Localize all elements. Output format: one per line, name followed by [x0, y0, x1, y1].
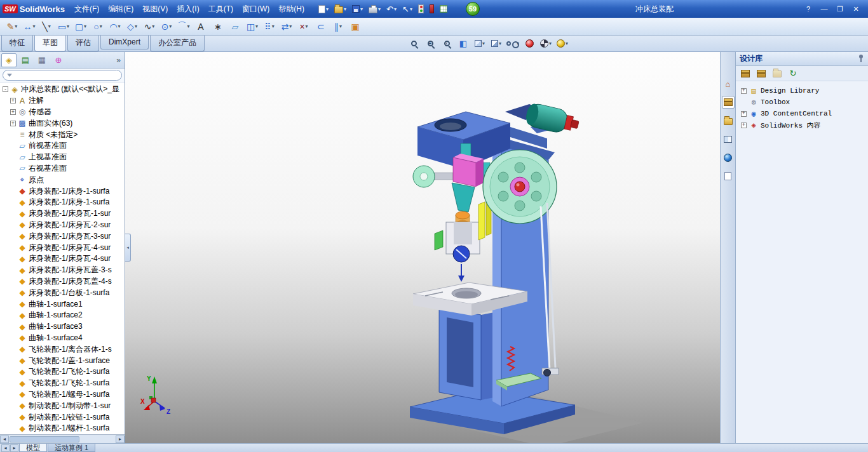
library-tree-item[interactable]: ⚙ Toolbox [737, 96, 867, 108]
tree-item[interactable]: ◆ 床身装配-1/床身瓦盖-3-s [0, 265, 125, 276]
sketch-tool-button[interactable]: ◫ ▾ [244, 19, 261, 34]
task-pane-tab[interactable] [722, 114, 735, 127]
tab-scroll-left-icon[interactable]: ◂ [1, 444, 10, 452]
view-tool-button[interactable]: ▾ [473, 37, 487, 50]
sketch-tool-button[interactable]: ◠ ▾ [107, 19, 123, 34]
library-tree-item[interactable]: + ◉ 3D ContentCentral [737, 108, 867, 119]
tree-item[interactable]: ≡ 材质 <未指定> [0, 129, 125, 140]
sketch-tool-button[interactable]: ╲ ▾ [38, 19, 55, 34]
view-tool-button[interactable]: ▾ [555, 37, 569, 50]
menu-item[interactable]: 工具(T) [204, 1, 238, 17]
menu-item[interactable]: 插入(I) [172, 1, 203, 17]
sketch-tool-button[interactable]: ○ ▾ [90, 19, 106, 34]
library-tree-item[interactable]: + ◈ SolidWorks 内容 [737, 119, 867, 131]
tree-item[interactable]: ◆ 床身装配-1/床身瓦-3-sur [0, 230, 125, 242]
tree-item[interactable]: ◆ 床身装配-1/床身瓦-4-sur [0, 253, 125, 265]
sketch-tool-button[interactable]: ⇄ ▾ [278, 19, 295, 34]
command-tab[interactable]: 特征 [1, 36, 33, 51]
expand-toggle[interactable]: + [10, 121, 16, 126]
sketch-tool-button[interactable]: ∗ ▾ [210, 19, 226, 34]
tree-item[interactable]: ▱ 前视基准面 [0, 140, 125, 152]
task-pane-tab[interactable] [722, 151, 735, 164]
featuremanager-tab-icon[interactable]: ◈ [1, 53, 17, 67]
sketch-tool-button[interactable]: ⠿ ▾ [261, 19, 278, 34]
sketch-tool-button[interactable]: ↔ ▾ [21, 19, 37, 34]
close-button[interactable]: ✕ [850, 4, 862, 14]
expand-toggle[interactable]: - [3, 86, 8, 92]
view-tool-button[interactable]: ▾ [522, 37, 536, 50]
punch-press-model[interactable] [410, 102, 644, 443]
sketch-tool-button[interactable]: ▭ ▾ [55, 19, 72, 34]
tree-item[interactable]: ◆ 飞轮装配-1/盖-1-surface [0, 355, 125, 366]
orientation-triad[interactable]: Y X Z [140, 375, 170, 415]
library-tool-button[interactable] [771, 67, 783, 80]
view-tool-button[interactable]: ▾ [539, 37, 553, 50]
toolbar-button[interactable]: ▾ [332, 4, 348, 15]
expand-toggle[interactable]: + [741, 88, 747, 94]
tree-item[interactable]: ◆ 飞轮装配-1/螺母-1-surfa [0, 389, 125, 401]
task-pane-tab[interactable]: ⌂ [722, 77, 735, 90]
tree-item[interactable]: ◆ 床身装配-1/床身瓦盖-4-s [0, 276, 125, 288]
configurationmanager-tab-icon[interactable]: ▦ [34, 53, 50, 67]
tree-item[interactable]: ◆ 曲轴-1-surface2 [0, 310, 125, 321]
command-tab[interactable]: 办公室产品 [150, 36, 205, 51]
menu-item[interactable]: 帮助(H) [274, 1, 309, 17]
tree-item[interactable]: ◆ 飞轮装配-1/飞轮-1-surfa [0, 378, 125, 389]
menu-item[interactable]: 编辑(E) [104, 1, 138, 17]
menu-item[interactable]: 视图(V) [138, 1, 172, 17]
toolbar-button[interactable]: ▾ [416, 3, 426, 15]
sketch-tool-button[interactable]: ◇ ▾ [124, 19, 140, 34]
view-tool-button[interactable]: ▾ [423, 37, 437, 50]
toolbar-button[interactable]: ▾ [438, 4, 449, 14]
menu-item[interactable]: 文件(F) [70, 1, 104, 17]
library-tool-button[interactable] [755, 67, 768, 80]
overflow-chevron-icon[interactable]: » [114, 56, 123, 65]
expand-toggle[interactable]: + [741, 123, 747, 128]
tree-item[interactable]: ◆ 床身装配-1/床身瓦-2-sur [0, 220, 125, 231]
library-tree-item[interactable]: + ▤ Design Library [737, 85, 867, 96]
motor[interactable] [524, 102, 581, 137]
sketch-tool-button[interactable]: ∿ ▾ [141, 19, 158, 34]
sketch-tool-button[interactable]: ▢ ▾ [72, 19, 89, 34]
library-tool-button[interactable] [739, 67, 752, 80]
menu-item[interactable]: 窗口(W) [238, 1, 274, 17]
toolbar-button[interactable]: ▾ [428, 3, 436, 15]
study-tab[interactable]: 运动算例 1 [48, 444, 95, 452]
tree-item[interactable]: ◆ 曲轴-1-surface1 [0, 298, 125, 310]
command-tab[interactable]: 评估 [67, 36, 99, 51]
study-tab[interactable]: 模型 [19, 444, 47, 452]
tree-item[interactable]: ◆ 曲轴-1-surface3 [0, 321, 125, 333]
model-canvas[interactable]: Y X Z [125, 52, 720, 443]
scrollbar-thumb[interactable] [10, 436, 79, 442]
command-tab[interactable]: 草图 [34, 36, 66, 51]
pushpin-icon[interactable] [858, 55, 864, 63]
sketch-tool-button[interactable]: ⌒ ▾ [175, 19, 192, 34]
view-tool-button[interactable]: ▾ [489, 37, 503, 50]
restore-button[interactable]: ❐ [834, 4, 846, 14]
view-tool-button[interactable]: ▾ [506, 37, 520, 50]
tree-item[interactable]: - ◈ 冲床总装配 (默认<<默认>_显 [0, 84, 125, 95]
tree-item[interactable]: + ▩ 曲面实体(63) [0, 117, 125, 129]
panel-collapse-arrow[interactable]: ◂ [125, 234, 131, 262]
library-tool-button[interactable]: ↻ [787, 67, 799, 80]
tree-item[interactable]: ◆ 床身装配-1/床身瓦-4-sur [0, 242, 125, 253]
tree-item[interactable]: ◆ 制动装配-1/制动带-1-sur [0, 400, 125, 411]
notification-badge[interactable]: 59 [466, 2, 480, 16]
tree-item[interactable]: + A 注解 [0, 95, 125, 107]
horizontal-scrollbar[interactable]: ◂ ▸ [0, 434, 125, 443]
task-pane-tab[interactable] [722, 96, 735, 109]
task-pane-tab[interactable] [722, 170, 735, 182]
sketch-tool-button[interactable]: A ▾ [193, 19, 209, 34]
propertymanager-tab-icon[interactable]: ▤ [18, 53, 33, 67]
expand-toggle[interactable]: + [10, 98, 16, 103]
view-tool-button[interactable]: ◧ ▾ [456, 37, 470, 50]
tree-item[interactable]: ◆ 制动装配-1/螺杆-1-surfa [0, 423, 125, 434]
help-button[interactable]: ? [803, 4, 814, 14]
tree-item[interactable]: ◆ 床身装配-1/台板-1-surfa [0, 287, 125, 298]
connecting-rod-ram[interactable] [435, 183, 491, 282]
toolbar-button[interactable]: ▾ [367, 4, 383, 15]
tab-scroll-right-icon[interactable]: ▸ [10, 444, 18, 452]
scroll-right-icon[interactable]: ▸ [116, 435, 125, 443]
tree-item[interactable]: ▱ 右视基准面 [0, 163, 125, 175]
tree-item[interactable]: ◆ 床身装配-1/床身瓦-1-sur [0, 208, 125, 220]
